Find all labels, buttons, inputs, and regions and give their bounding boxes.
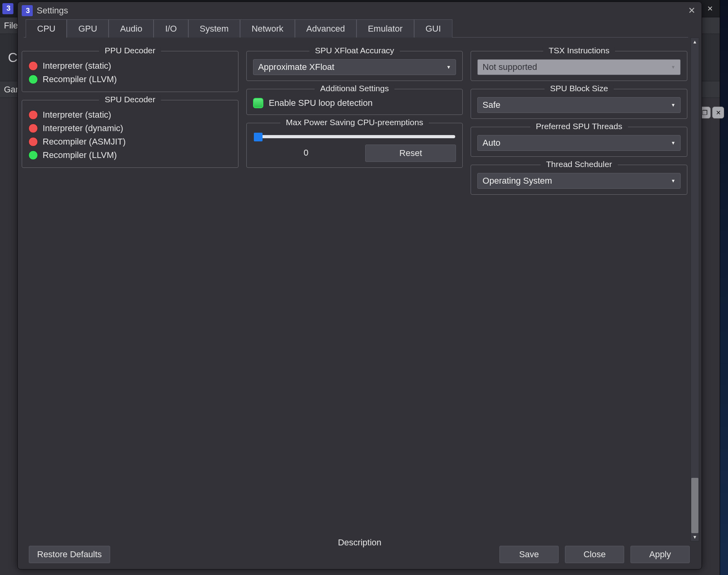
radio-icon	[28, 137, 38, 147]
legend: Additional Settings	[315, 84, 394, 93]
radio-label: Recompiler (LLVM)	[43, 150, 117, 160]
xfloat-dropdown[interactable]: Approximate XFloat ▼	[253, 59, 456, 75]
col-right: TSX Instructions Not supported ▼ SPU Blo…	[471, 51, 687, 537]
tab-system[interactable]: System	[188, 19, 240, 38]
dropdown-value: Safe	[482, 100, 500, 110]
legend: SPU Decoder	[99, 95, 161, 104]
toolbar-button-partial: C	[8, 50, 18, 65]
tab-label: GUI	[426, 24, 441, 34]
group-additional: Additional Settings Enable SPU loop dete…	[246, 89, 463, 115]
block-size-dropdown[interactable]: Safe ▼	[477, 97, 681, 113]
group-scheduler: Thread Scheduler Operating System ▼	[471, 165, 687, 195]
preempt-reset-button[interactable]: Reset	[365, 145, 456, 162]
preempt-slider[interactable]	[254, 135, 456, 138]
dropdown-value: Operating System	[482, 176, 552, 186]
tab-label: Audio	[120, 24, 142, 34]
dialog-app-icon: 3	[22, 5, 33, 16]
radio-label: Interpreter (static)	[43, 110, 111, 120]
tab-label: CPU	[37, 24, 55, 34]
vertical-scrollbar[interactable]: ▲ ▼	[690, 38, 699, 541]
dropdown-value: Approximate XFloat	[258, 62, 334, 72]
legend: SPU XFloat Accuracy	[310, 46, 400, 55]
tsx-dropdown: Not supported ▼	[477, 59, 681, 75]
tab-label: Advanced	[306, 24, 345, 34]
dropdown-value: Auto	[482, 138, 500, 148]
gamelist-header-label: Gar	[4, 85, 19, 95]
chevron-down-icon: ▼	[446, 64, 451, 70]
tab-label: Emulator	[368, 24, 403, 34]
radio-label: Interpreter (dynamic)	[43, 123, 123, 133]
chevron-down-icon: ▼	[671, 140, 675, 146]
checkbox-label: Enable SPU loop detection	[269, 98, 373, 108]
tab-label: I/O	[165, 24, 176, 34]
spu-recompiler-asmjit[interactable]: Recompiler (ASMJIT)	[28, 135, 232, 148]
tab-label: System	[200, 24, 229, 34]
main-close-icon[interactable]: ✕	[700, 1, 720, 17]
spu-interpreter-dynamic[interactable]: Interpreter (dynamic)	[28, 122, 232, 135]
group-xfloat: SPU XFloat Accuracy Approximate XFloat ▼	[246, 51, 463, 81]
chevron-down-icon: ▼	[671, 102, 675, 108]
radio-label: Interpreter (static)	[43, 61, 111, 71]
tab-gui[interactable]: GUI	[414, 19, 452, 38]
dialog-title: Settings	[37, 6, 68, 16]
scroll-track[interactable]	[691, 46, 699, 533]
dock-close-icon[interactable]: ✕	[712, 107, 724, 118]
desktop-strip	[720, 0, 728, 575]
restore-defaults-button[interactable]: Restore Defaults	[29, 546, 110, 563]
apply-button[interactable]: Apply	[630, 546, 690, 563]
tab-label: GPU	[78, 24, 97, 34]
legend: TSX Instructions	[543, 46, 615, 55]
ppu-recompiler-llvm[interactable]: Recompiler (LLVM)	[28, 73, 232, 86]
group-block-size: SPU Block Size Safe ▼	[471, 89, 687, 119]
group-preemptions: Max Power Saving CPU-preemptions 0 Reset	[246, 123, 463, 168]
tab-emulator[interactable]: Emulator	[356, 19, 414, 38]
group-tsx: TSX Instructions Not supported ▼	[471, 51, 687, 81]
legend: Max Power Saving CPU-preemptions	[280, 118, 429, 127]
radio-label: Recompiler (LLVM)	[43, 74, 117, 85]
settings-content: PPU Decoder Interpreter (static) Recompi…	[22, 51, 687, 537]
save-button[interactable]: Save	[499, 546, 559, 563]
col-middle: SPU XFloat Accuracy Approximate XFloat ▼…	[246, 51, 463, 537]
radio-icon	[28, 75, 38, 84]
spu-interpreter-static[interactable]: Interpreter (static)	[28, 108, 232, 122]
legend: Preferred SPU Threads	[530, 122, 628, 131]
col-left: PPU Decoder Interpreter (static) Recompi…	[22, 51, 238, 537]
group-ppu-decoder: PPU Decoder Interpreter (static) Recompi…	[22, 51, 238, 92]
tab-label: Network	[251, 24, 283, 34]
settings-dialog: 3 Settings ✕ CPU GPU Audio I/O System Ne…	[17, 2, 702, 569]
enable-spu-loop-detection[interactable]: Enable SPU loop detection	[253, 97, 456, 109]
menu-file[interactable]: File	[4, 21, 18, 31]
tab-advanced[interactable]: Advanced	[295, 19, 356, 38]
tabbar: CPU GPU Audio I/O System Network Advance…	[22, 19, 698, 38]
dialog-close-icon[interactable]: ✕	[686, 5, 698, 17]
legend: SPU Block Size	[544, 84, 614, 93]
tab-io[interactable]: I/O	[154, 19, 188, 38]
spu-threads-dropdown[interactable]: Auto ▼	[477, 135, 681, 151]
scheduler-dropdown[interactable]: Operating System ▼	[477, 173, 681, 189]
radio-icon	[28, 124, 38, 133]
preempt-value: 0	[253, 145, 359, 162]
radio-icon	[28, 110, 38, 120]
tab-gpu[interactable]: GPU	[67, 19, 109, 38]
tab-audio[interactable]: Audio	[109, 19, 154, 38]
scroll-up-icon[interactable]: ▲	[691, 38, 699, 46]
scroll-thumb[interactable]	[691, 478, 698, 533]
dialog-body: CPU GPU Audio I/O System Network Advance…	[18, 19, 702, 569]
dialog-footer: Restore Defaults Save Close Apply	[23, 545, 690, 564]
radio-icon	[28, 150, 38, 160]
slider-thumb[interactable]	[254, 133, 263, 141]
group-spu-decoder: SPU Decoder Interpreter (static) Interpr…	[22, 100, 238, 168]
radio-icon	[28, 61, 38, 71]
close-button[interactable]: Close	[565, 546, 624, 563]
radio-label: Recompiler (ASMJIT)	[43, 137, 126, 147]
scroll-down-icon[interactable]: ▼	[691, 533, 699, 541]
ppu-interpreter-static[interactable]: Interpreter (static)	[28, 59, 232, 73]
tab-cpu[interactable]: CPU	[26, 19, 67, 38]
legend: PPU Decoder	[99, 46, 161, 55]
dialog-titlebar: 3 Settings ✕	[18, 2, 702, 19]
group-spu-threads: Preferred SPU Threads Auto ▼	[471, 127, 687, 157]
spu-recompiler-llvm[interactable]: Recompiler (LLVM)	[28, 148, 232, 162]
chevron-down-icon: ▼	[671, 178, 675, 184]
legend: Thread Scheduler	[540, 160, 617, 169]
tab-network[interactable]: Network	[240, 19, 295, 38]
